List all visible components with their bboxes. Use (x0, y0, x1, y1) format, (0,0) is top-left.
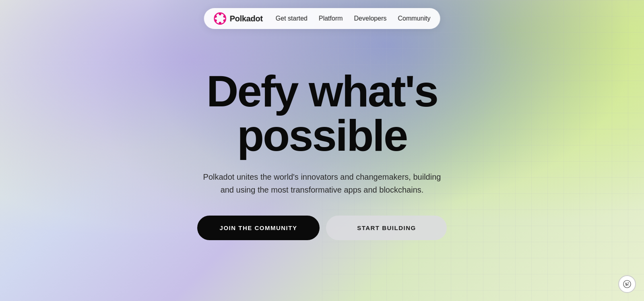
cookie-icon (623, 280, 632, 289)
cookie-button[interactable] (618, 275, 636, 293)
join-community-button[interactable]: JOIN THE COMMUNITY (197, 216, 320, 240)
start-building-button[interactable]: START BUILDING (326, 216, 447, 240)
nav-item-platform[interactable]: Platform (319, 15, 343, 22)
hero-title: Defy what's possible (206, 69, 438, 158)
svg-point-10 (626, 285, 626, 285)
svg-point-3 (215, 15, 217, 18)
svg-point-1 (219, 13, 221, 15)
navbar: Polkadot Get started Platform Developers… (204, 8, 440, 29)
svg-point-4 (223, 15, 226, 18)
logo[interactable]: Polkadot (214, 12, 263, 25)
logo-text: Polkadot (230, 14, 263, 23)
nav-item-developers[interactable]: Developers (354, 15, 386, 22)
hero-title-line1: Defy what's (206, 66, 438, 116)
svg-point-7 (623, 280, 631, 288)
svg-point-5 (215, 19, 217, 22)
svg-point-9 (627, 284, 628, 285)
hero-section: Defy what's possible Polkadot unites the… (0, 0, 644, 301)
hero-title-line2: possible (237, 110, 407, 160)
nav-links: Get started Platform Developers Communit… (276, 15, 431, 22)
cta-buttons: JOIN THE COMMUNITY START BUILDING (197, 216, 447, 240)
svg-point-2 (219, 22, 221, 24)
nav-item-get-started[interactable]: Get started (276, 15, 308, 22)
hero-subtitle: Polkadot unites the world's innovators a… (197, 170, 447, 196)
svg-point-6 (223, 19, 226, 22)
svg-point-8 (625, 283, 626, 284)
nav-item-community[interactable]: Community (398, 15, 430, 22)
polkadot-logo-icon (214, 12, 227, 25)
svg-point-11 (628, 283, 628, 283)
